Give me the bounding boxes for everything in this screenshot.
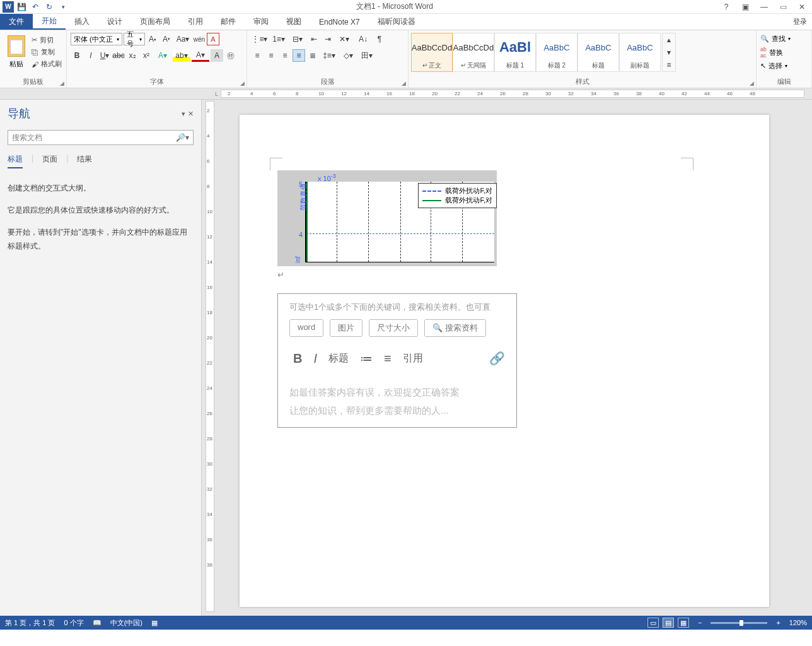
show-marks-button[interactable]: ¶ (373, 33, 386, 45)
text-effects-button[interactable]: A▾ (154, 49, 171, 62)
page[interactable]: x 10-3 5 4 范数真值 inf 载荷外扰动F,对 载荷外扰动F,对 (240, 115, 769, 607)
zoom-level[interactable]: 120% (789, 619, 807, 626)
editor-ol-button[interactable]: ≔ (360, 351, 373, 366)
style-item-5[interactable]: AaBbC副标题 (619, 33, 661, 72)
nav-tab-results[interactable]: 结果 (77, 154, 92, 168)
editor-quote-button[interactable]: 引用 (403, 352, 423, 365)
tab-foxit[interactable]: 福昕阅读器 (369, 14, 424, 30)
justify-button[interactable]: ≡ (293, 49, 305, 62)
status-proof-icon[interactable]: 📖 (93, 619, 102, 627)
tab-design[interactable]: 设计 (98, 14, 131, 30)
view-read-icon[interactable]: ▭ (647, 618, 659, 628)
status-page[interactable]: 第 1 页，共 1 页 (5, 618, 55, 628)
styles-down-icon[interactable]: ▾ (663, 46, 675, 59)
align-right-button[interactable]: ≡ (279, 49, 291, 62)
font-launcher-icon[interactable]: ◢ (240, 80, 245, 86)
nav-tab-headings[interactable]: 标题 (8, 154, 23, 168)
paste-button[interactable]: 粘贴 (4, 33, 29, 69)
style-item-0[interactable]: AaBbCcDd↵ 正文 (411, 33, 453, 72)
subscript-button[interactable]: x₂ (126, 49, 139, 62)
increase-indent-button[interactable]: ⇥ (322, 33, 334, 45)
editor-link-icon[interactable]: 🔗 (489, 351, 505, 366)
qat-more-icon[interactable]: ▾ (57, 1, 69, 13)
undo-icon[interactable]: ↶ (29, 1, 42, 13)
asian-layout-button[interactable]: ✕▾ (335, 33, 353, 45)
highlight-button[interactable]: ab▾ (173, 49, 190, 62)
change-case-button[interactable]: Aa▾ (174, 33, 192, 45)
zoom-in-button[interactable]: + (776, 619, 780, 626)
multilevel-button[interactable]: ⊟▾ (289, 33, 306, 45)
copy-button[interactable]: ⿻复制 (32, 47, 62, 57)
zoom-out-button[interactable]: − (698, 619, 702, 626)
font-size-select[interactable]: 五号▾ (124, 33, 145, 45)
ruler-vertical[interactable]: 2468101214161820222426283032343638 (206, 101, 214, 612)
style-item-1[interactable]: AaBbCcDd↵ 无间隔 (453, 33, 494, 72)
tab-references[interactable]: 引用 (179, 14, 212, 30)
borders-button[interactable]: 田▾ (358, 49, 376, 62)
redo-icon[interactable]: ↻ (43, 1, 55, 13)
enclose-char-button[interactable]: ㊕ (224, 49, 237, 62)
paragraph-launcher-icon[interactable]: ◢ (402, 80, 406, 86)
chart-image[interactable]: x 10-3 5 4 范数真值 inf 载荷外扰动F,对 载荷外扰动F,对 (277, 170, 497, 266)
decrease-indent-button[interactable]: ⇤ (308, 33, 320, 45)
tag-size[interactable]: 尺寸大小 (369, 319, 418, 337)
save-icon[interactable]: 💾 (15, 1, 28, 13)
restore-icon[interactable]: ▭ (777, 3, 789, 11)
editor-italic-button[interactable]: I (313, 351, 317, 366)
editor-ul-button[interactable]: ≡ (384, 351, 392, 366)
font-color-button[interactable]: A▾ (192, 49, 209, 62)
font-name-select[interactable]: 宋体 (中文正▾ (71, 33, 122, 45)
grow-font-button[interactable]: A▴ (146, 33, 159, 45)
tag-image[interactable]: 图片 (330, 319, 362, 337)
close-icon[interactable]: ✕ (796, 3, 808, 11)
status-macro-icon[interactable]: ▦ (151, 619, 158, 627)
editor-bold-button[interactable]: B (293, 351, 302, 366)
italic-button[interactable]: I (84, 49, 97, 62)
tab-review[interactable]: 审阅 (245, 14, 277, 30)
minimize-icon[interactable]: ― (758, 3, 770, 11)
styles-gallery[interactable]: AaBbCcDd↵ 正文AaBbCcDd↵ 无间隔AaBl标题 1AaBbC标题… (411, 33, 661, 72)
tab-insert[interactable]: 插入 (66, 14, 98, 30)
align-center-button[interactable]: ≡ (265, 49, 277, 62)
zoom-slider[interactable] (710, 622, 767, 624)
tab-mailings[interactable]: 邮件 (212, 14, 245, 30)
align-left-button[interactable]: ≡ (251, 49, 264, 62)
bullets-button[interactable]: ⋮≡▾ (251, 33, 269, 45)
tab-home[interactable]: 开始 (33, 14, 66, 30)
char-shading-button[interactable]: A (211, 49, 223, 62)
styles-launcher-icon[interactable]: ◢ (750, 80, 754, 86)
styles-up-icon[interactable]: ▴ (663, 33, 675, 46)
styles-more-icon[interactable]: ≡ (663, 59, 675, 71)
shrink-font-button[interactable]: A▾ (160, 33, 173, 45)
status-words[interactable]: 0 个字 (64, 618, 83, 628)
ruler-horizontal[interactable]: 2468101214161820222426283032343638404244… (221, 90, 804, 98)
style-item-3[interactable]: AaBbC标题 2 (536, 33, 577, 72)
tab-view[interactable]: 视图 (277, 14, 310, 30)
strikethrough-button[interactable]: abc (112, 49, 125, 62)
tag-word[interactable]: word (289, 319, 323, 337)
tab-layout[interactable]: 页面布局 (131, 14, 179, 30)
ribbon-options-icon[interactable]: ▣ (739, 3, 751, 11)
char-border-button[interactable]: A (207, 33, 219, 45)
replace-button[interactable]: abac替换 (760, 46, 791, 59)
tag-search[interactable]: 🔍 搜索资料 (424, 319, 486, 337)
find-button[interactable]: 🔍查找▾ (760, 34, 791, 44)
editor-heading-button[interactable]: 标题 (328, 352, 349, 365)
style-item-2[interactable]: AaBl标题 1 (494, 33, 536, 72)
cut-button[interactable]: ✂剪切 (32, 35, 62, 45)
distribute-button[interactable]: ≣ (306, 49, 319, 62)
status-language[interactable]: 中文(中国) (110, 618, 142, 628)
line-spacing-button[interactable]: ‡≡▾ (320, 49, 338, 62)
superscript-button[interactable]: x² (140, 49, 153, 62)
help-icon[interactable]: ? (720, 3, 733, 11)
view-print-icon[interactable]: ▤ (663, 618, 674, 628)
nav-tab-pages[interactable]: 页面 (42, 154, 57, 168)
zoom-thumb[interactable] (740, 620, 743, 626)
underline-button[interactable]: U▾ (98, 49, 111, 62)
phonetic-guide-button[interactable]: wén (193, 33, 206, 45)
tab-endnote[interactable]: EndNote X7 (310, 14, 369, 30)
numbering-button[interactable]: 1≡▾ (270, 33, 287, 45)
view-web-icon[interactable]: ▦ (678, 618, 689, 628)
snippet-image[interactable]: 可选中1个或多个下面的关键词，搜索相关资料。也可直 word 图片 尺寸大小 🔍… (277, 293, 517, 428)
document-scroll[interactable]: x 10-3 5 4 范数真值 inf 载荷外扰动F,对 载荷外扰动F,对 (218, 100, 812, 616)
